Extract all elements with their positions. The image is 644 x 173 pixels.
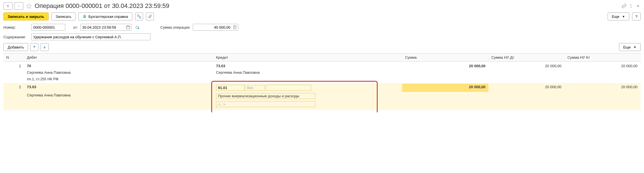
- debet-subconto1[interactable]: Сергеева Анна Павловна: [24, 69, 213, 76]
- row-sum[interactable]: 20 000,00: [402, 84, 488, 92]
- printer-icon: [83, 14, 87, 18]
- help-button[interactable]: ?: [632, 12, 641, 20]
- kebab-menu-icon[interactable]: [628, 3, 633, 9]
- kredit-subconto1[interactable]: Сергеева Анна Павловна: [213, 69, 402, 76]
- kredit-account[interactable]: 91.01: [216, 85, 244, 91]
- date-field[interactable]: [80, 24, 131, 31]
- kredit-qty-value[interactable]: [266, 85, 311, 91]
- kredit-account[interactable]: 73.03: [213, 62, 402, 69]
- kredit-subconto1[interactable]: Прочие внереализационные доходы и расход…: [216, 93, 315, 99]
- kredit-subconto2[interactable]: <...>: [216, 101, 315, 107]
- calendar-icon[interactable]: [126, 25, 130, 29]
- nav-back-button[interactable]: [3, 2, 12, 10]
- page-title: Операция 0000-000001 от 30.04.2023 23:59…: [35, 2, 620, 10]
- row-nu-kt[interactable]: 20 000,00: [564, 84, 641, 92]
- svg-point-2: [631, 7, 632, 8]
- svg-rect-7: [139, 17, 141, 18]
- table-row[interactable]: 2 73.03 91.01 Кол.: 20 000,00 20 000,00 …: [3, 84, 641, 110]
- col-n-header: N: [3, 54, 24, 62]
- dt-kt-button[interactable]: [135, 12, 143, 20]
- nav-forward-button[interactable]: [14, 2, 23, 10]
- close-button[interactable]: ×: [635, 3, 641, 9]
- row-nu-kt[interactable]: 20 000,00: [564, 62, 641, 69]
- sum-label: Сумма операции:: [160, 25, 191, 29]
- row-nu-dt[interactable]: 20 000,00: [488, 62, 564, 69]
- debet-subconto1[interactable]: Сергеева Анна Павловна: [24, 92, 213, 100]
- table-more-button[interactable]: Еще▼: [619, 43, 641, 51]
- table-more-label: Еще: [623, 45, 631, 49]
- toolbar-more-label: Еще: [612, 14, 619, 19]
- content-field[interactable]: [31, 33, 150, 40]
- number-field[interactable]: [31, 24, 65, 31]
- favorite-star-icon[interactable]: [26, 3, 32, 9]
- date-action-button[interactable]: [134, 24, 141, 31]
- arrow-down-icon: [43, 45, 47, 49]
- save-button[interactable]: Записать: [51, 12, 76, 20]
- sum-field[interactable]: [193, 24, 238, 31]
- calendar-plus-icon: [135, 25, 139, 29]
- move-down-button[interactable]: [41, 43, 49, 51]
- col-sum-header: Сумма: [402, 54, 488, 62]
- svg-point-10: [138, 28, 139, 29]
- move-up-button[interactable]: [30, 43, 38, 51]
- save-and-close-button[interactable]: Записать и закрыть: [3, 12, 49, 20]
- paperclip-icon: [148, 14, 152, 19]
- arrow-right-icon: [17, 4, 21, 8]
- row-number: 1: [3, 62, 24, 69]
- kredit-qty-label: Кол.:: [245, 85, 265, 91]
- row-sum[interactable]: 20 000,00: [402, 62, 488, 69]
- table-row[interactable]: 1 70 73.03 20 000,00 20 000,00 20 000,00…: [3, 62, 641, 84]
- debet-account[interactable]: 73.03: [24, 84, 213, 92]
- dt-kt-icon: [137, 14, 141, 19]
- col-debet-header: Дебет: [24, 54, 213, 62]
- add-row-button[interactable]: Добавить: [3, 43, 28, 51]
- from-label: от:: [73, 25, 78, 29]
- svg-rect-6: [137, 15, 139, 16]
- svg-rect-4: [84, 15, 85, 16]
- toolbar-more-button[interactable]: Еще▼: [608, 12, 629, 20]
- kredit-cell[interactable]: 91.01 Кол.:: [213, 84, 402, 92]
- debet-subconto2[interactable]: пп.1, ст.255 НК РФ: [24, 76, 213, 84]
- calculator-icon[interactable]: [233, 25, 237, 29]
- link-icon[interactable]: [622, 3, 627, 9]
- col-nukt-header: Сумма НУ Кт: [564, 54, 641, 62]
- svg-rect-8: [126, 26, 130, 29]
- number-label: Номер:: [3, 25, 29, 29]
- row-number: 2: [3, 84, 24, 92]
- accounting-report-label: Бухгалтерская справка: [88, 14, 128, 19]
- debet-account[interactable]: 70: [24, 62, 213, 69]
- attachment-button[interactable]: [146, 12, 154, 20]
- col-kredit-header: Кредит: [213, 54, 402, 62]
- accounting-report-button[interactable]: Бухгалтерская справка: [78, 12, 132, 20]
- svg-point-0: [631, 4, 632, 5]
- row-nu-dt[interactable]: 20 000,00: [488, 84, 564, 92]
- content-label: Содержание:: [3, 35, 29, 39]
- svg-point-1: [631, 6, 632, 7]
- col-nudt-header: Сумма НУ Дт: [488, 54, 564, 62]
- postings-table[interactable]: N Дебет Кредит Сумма Сумма НУ Дт Сумма Н…: [3, 53, 641, 110]
- arrow-left-icon: [6, 4, 10, 8]
- arrow-up-icon: [32, 45, 36, 49]
